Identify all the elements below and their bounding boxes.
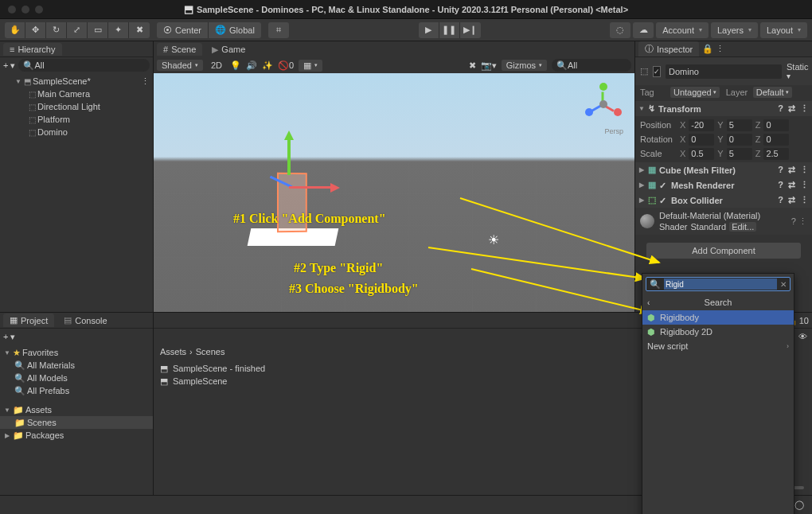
shader-dropdown[interactable]: Standard <box>690 222 726 232</box>
transform-tool-icon[interactable]: ✦ <box>108 22 129 38</box>
rot-x-field[interactable]: 0 <box>689 134 714 146</box>
project-tree: ▼★ Favorites 🔍 All Materials 🔍 All Model… <box>0 345 153 443</box>
edit-button[interactable]: Edit... <box>729 222 756 232</box>
transform-header[interactable]: ▼↯Transform?⇄⋮ <box>635 101 812 116</box>
rot-z-field[interactable]: 0 <box>763 134 789 146</box>
space-toggle[interactable]: 🌐 Global <box>208 22 261 38</box>
enabled-checkbox[interactable]: ✓ <box>653 66 661 77</box>
popup-header: ‹Search <box>642 294 794 310</box>
favorites-row[interactable]: ▼★ Favorites <box>0 346 153 359</box>
layout-dropdown[interactable]: Layout <box>760 22 807 38</box>
scale-tool-icon[interactable]: ⤢ <box>67 22 88 38</box>
account-dropdown[interactable]: Account <box>656 22 709 38</box>
project-toolbar: + ▾ <box>0 329 153 345</box>
object-name-field[interactable] <box>666 64 782 79</box>
scene-viewport[interactable]: ☀ Persp #1 Click "Add Component" #2 Type… <box>154 73 634 312</box>
hierarchy-item[interactable]: ⬚ Main Camera <box>0 88 153 100</box>
add-component-button[interactable]: Add Component <box>646 243 801 259</box>
hidden-icon[interactable]: 🚫0 <box>278 60 294 71</box>
component-search-input[interactable] <box>664 278 777 290</box>
pivot-toggle[interactable]: ⦿ Center <box>157 22 208 38</box>
perspective-label[interactable]: Persp <box>604 127 623 135</box>
create-dropdown[interactable]: + ▾ <box>3 332 15 342</box>
static-label[interactable]: Static ▾ <box>787 62 809 80</box>
layers-dropdown[interactable]: Layers <box>711 22 758 38</box>
fav-item[interactable]: 🔍 All Prefabs <box>0 384 153 397</box>
pos-z-field[interactable]: 0 <box>763 119 789 131</box>
rotate-tool-icon[interactable]: ↻ <box>46 22 67 38</box>
orientation-gizmo[interactable] <box>580 81 625 126</box>
tools-icon[interactable]: ✖ <box>469 60 476 71</box>
cloud-icon[interactable]: ☁ <box>633 22 654 38</box>
scene-vis-dropdown[interactable]: ▦ <box>299 60 322 72</box>
hidden-icon[interactable]: 👁 <box>798 332 807 341</box>
tab-scene[interactable]: # Scene <box>157 43 202 56</box>
scale-x-field[interactable]: 0.5 <box>689 148 714 160</box>
assets-item-scenes[interactable]: 📁 Scenes <box>0 416 153 429</box>
progress-icon[interactable]: ◯ <box>794 500 804 510</box>
shader-label: Shader <box>659 222 687 232</box>
rot-y-field[interactable]: 0 <box>727 134 752 146</box>
move-gizmo-x[interactable] <box>289 186 337 189</box>
minimize-window-icon[interactable] <box>21 6 29 14</box>
snap-icon[interactable]: ⌗ <box>268 22 289 38</box>
create-dropdown[interactable]: + ▾ <box>3 60 15 71</box>
rect-tool-icon[interactable]: ▭ <box>88 22 108 38</box>
directional-light-icon[interactable]: ☀ <box>488 232 499 247</box>
step-button-icon[interactable]: ▶❙ <box>460 22 481 38</box>
fx-icon[interactable]: ✨ <box>262 60 273 71</box>
camera-icon[interactable]: 📷▾ <box>481 60 497 71</box>
close-window-icon[interactable] <box>8 6 16 14</box>
tab-project[interactable]: ▦ Project <box>3 313 54 327</box>
material-row[interactable]: Default-Material (Material) ShaderStanda… <box>635 208 812 235</box>
rotation-row: RotationX0Y0Z0 <box>640 132 807 146</box>
maximize-window-icon[interactable] <box>35 6 43 14</box>
hierarchy-item[interactable]: ⬚ Directional Light <box>0 100 153 113</box>
layer-dropdown[interactable]: Default <box>753 87 792 98</box>
component-search[interactable]: 🔍 ✕ <box>646 277 791 291</box>
move-gizmo-y[interactable] <box>287 134 291 175</box>
hierarchy-search[interactable]: 🔍 All <box>18 59 150 72</box>
menu-icon[interactable]: ⋮ <box>800 103 809 114</box>
tab-game[interactable]: ▶ Game <box>205 43 252 56</box>
play-button-icon[interactable]: ▶ <box>419 22 439 38</box>
pause-button-icon[interactable]: ❚❚ <box>439 22 460 38</box>
inspector-tab[interactable]: ⓘ Inspector <box>638 41 699 56</box>
help-icon[interactable]: ? <box>778 103 783 114</box>
popup-item-newscript[interactable]: New script› <box>642 339 794 353</box>
scale-y-field[interactable]: 5 <box>727 148 752 160</box>
lighting-icon[interactable]: 💡 <box>230 60 241 71</box>
mesh-filter-header[interactable]: ▶▦Cube (Mesh Filter)?⇄⋮ <box>635 162 812 177</box>
popup-item-rigidbody[interactable]: ⬢Rigidbody <box>642 310 794 325</box>
shading-dropdown[interactable]: Shaded <box>157 60 203 71</box>
play-controls: ▶ ❚❚ ▶❙ <box>419 22 481 38</box>
hand-tool-icon[interactable]: ✋ <box>5 22 25 38</box>
scale-z-field[interactable]: 2.5 <box>763 148 789 160</box>
scene-search[interactable]: 🔍 All <box>552 59 631 72</box>
assets-row[interactable]: ▼📁 Assets <box>0 403 153 416</box>
tag-dropdown[interactable]: Untagged <box>670 87 720 98</box>
pos-x-field[interactable]: -20 <box>689 119 714 131</box>
mesh-renderer-header[interactable]: ▶▦✓Mesh Renderer?⇄⋮ <box>635 177 812 193</box>
popup-item-rigidbody2d[interactable]: ⬢Rigidbody 2D <box>642 325 794 339</box>
move-tool-icon[interactable]: ✥ <box>25 22 46 38</box>
hierarchy-tab[interactable]: ≡ Hierarchy <box>3 43 62 56</box>
back-icon[interactable]: ‹ <box>647 298 650 307</box>
clear-search-icon[interactable]: ✕ <box>780 280 787 289</box>
gizmos-dropdown[interactable]: Gizmos <box>502 60 547 71</box>
box-collider-header[interactable]: ▶⬚✓Box Collider?⇄⋮ <box>635 193 812 208</box>
fav-item[interactable]: 🔍 All Models <box>0 372 153 384</box>
2d-toggle[interactable]: 2D <box>208 60 225 70</box>
hierarchy-item[interactable]: ⬚ Domino <box>0 126 153 138</box>
scene-row[interactable]: ▼⬒ SampleScene*⋮ <box>0 75 153 88</box>
tab-console[interactable]: ▤ Console <box>57 313 113 327</box>
fav-item[interactable]: 🔍 All Materials <box>0 359 153 372</box>
packages-row[interactable]: ▶📁 Packages <box>0 429 153 442</box>
custom-tool-icon[interactable]: ✖ <box>129 22 150 38</box>
hierarchy-item[interactable]: ⬚ Platform <box>0 113 153 126</box>
pos-y-field[interactable]: 5 <box>727 119 752 131</box>
audio-icon[interactable]: 🔊 <box>246 60 257 71</box>
collab-icon[interactable]: ◌ <box>610 22 630 38</box>
lock-icon[interactable]: 🔒 ⋮ <box>702 44 724 54</box>
preset-icon[interactable]: ⇄ <box>788 103 795 114</box>
